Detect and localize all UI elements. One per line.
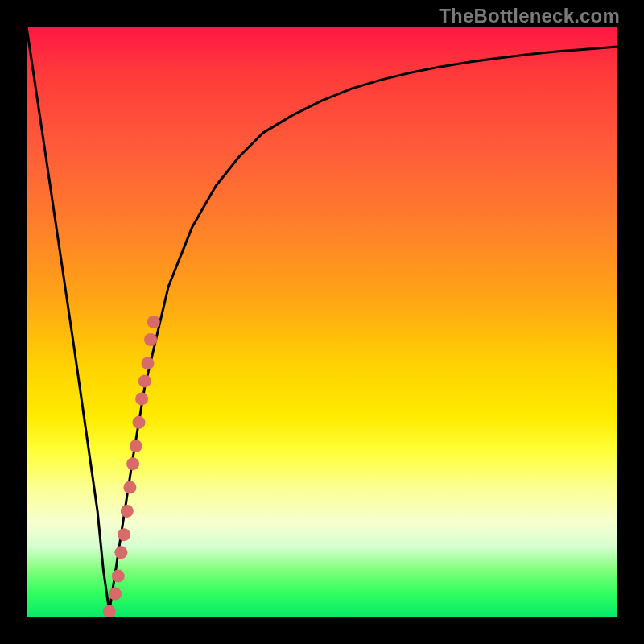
plot-area: [27, 27, 617, 617]
highlighted-points: [103, 316, 160, 617]
watermark-text: TheBottleneck.com: [439, 5, 620, 27]
bottleneck-curve: [27, 27, 617, 612]
highlight-dot: [135, 392, 148, 405]
highlight-dot: [121, 505, 134, 518]
highlight-dot: [103, 605, 116, 617]
highlight-dot: [147, 316, 160, 328]
highlight-dot: [114, 546, 127, 559]
highlight-dot: [144, 333, 157, 346]
highlight-dot: [109, 588, 122, 601]
chart-frame: TheBottleneck.com: [0, 0, 644, 644]
highlight-dot: [126, 457, 139, 470]
highlight-dot: [138, 374, 151, 387]
highlight-dot: [118, 528, 130, 541]
highlight-dot: [133, 416, 146, 429]
highlight-dot: [123, 481, 136, 494]
highlight-dot: [112, 570, 125, 583]
highlight-dot: [142, 357, 155, 369]
highlight-dot: [130, 440, 142, 452]
curve-layer: [27, 27, 617, 617]
